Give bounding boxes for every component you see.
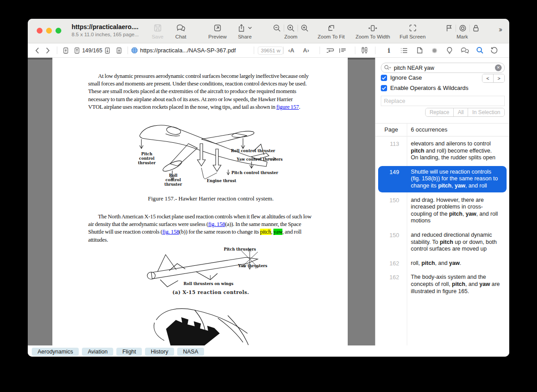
previous-result-button[interactable]: <: [482, 74, 494, 82]
preview-button[interactable]: Preview: [209, 22, 227, 39]
history-arrow-icon: [490, 47, 498, 54]
divider: [298, 25, 298, 32]
lock-icon[interactable]: [473, 24, 479, 32]
column-layout-button[interactable]: [338, 43, 347, 57]
text-wrap-button[interactable]: [325, 43, 334, 57]
result-snippet: The body-axis system and the concepts of…: [399, 274, 507, 295]
zoom-out-icon[interactable]: [273, 24, 281, 32]
zoom-to-fit-button[interactable]: Zoom To Fit: [318, 22, 345, 39]
document-url[interactable]: https://practicala.../NASA-SP-367.pdf: [131, 43, 236, 57]
next-page-button[interactable]: [104, 43, 111, 57]
pdf-link[interactable]: figure 157: [277, 104, 299, 110]
search-result-row[interactable]: 149Shuttle will use reaction controls (f…: [378, 166, 507, 192]
pdf-viewer-pane[interactable]: At low dynamic pressures aerodynamic con…: [28, 58, 375, 345]
search-results-list: 113elevators and ailerons to control pit…: [375, 136, 509, 345]
zoom-window-button[interactable]: [55, 28, 61, 34]
search-result-row[interactable]: 113elevators and ailerons to control pit…: [378, 138, 507, 164]
search-result-row[interactable]: 150and drag. However, there are increase…: [378, 194, 507, 227]
markup-tools-button[interactable]: [360, 43, 369, 57]
notes-panel-button[interactable]: [460, 43, 469, 57]
previous-page-button[interactable]: [73, 43, 81, 57]
first-page-icon: [62, 47, 69, 55]
tag-chip[interactable]: History: [145, 348, 174, 356]
text-segment: small forces and moments are present. Un…: [88, 81, 307, 87]
replace-input[interactable]: [381, 96, 505, 106]
full-screen-button[interactable]: Full Screen: [400, 22, 426, 39]
text-segment: (a)). In the same manner, the Space: [225, 221, 301, 227]
figure-label: Engine thrust: [207, 179, 236, 183]
next-page-icon: [104, 47, 111, 55]
text-segment: yaw: [449, 260, 460, 266]
increase-font-button[interactable]: A›: [303, 43, 309, 57]
tag-chip[interactable]: Aviation: [82, 348, 113, 356]
figure-label: Yaw control thrusters: [236, 157, 283, 162]
result-page-number: 150: [378, 197, 399, 225]
text-segment: pitch: [422, 260, 435, 266]
first-page-button[interactable]: [62, 43, 69, 57]
zoom-to-width-button[interactable]: Zoom To Width: [355, 22, 390, 39]
search-field[interactable]: ✕: [381, 63, 505, 73]
share-button[interactable]: Share: [238, 22, 252, 39]
divider: [320, 47, 320, 54]
search-result-row[interactable]: 150and reduced directional dynamic stabi…: [378, 229, 507, 256]
search-result-row[interactable]: 162roll, pitch, and yaw.: [378, 257, 507, 270]
pdf-link[interactable]: fig. 158: [208, 221, 225, 227]
search-menu-icon[interactable]: [384, 65, 391, 71]
ignore-case-checkbox[interactable]: [381, 75, 387, 81]
forward-button[interactable]: [46, 43, 50, 57]
back-button[interactable]: [35, 43, 39, 57]
minimize-window-button[interactable]: [46, 28, 52, 34]
pdf-page: At low dynamic pressures aerodynamic con…: [52, 58, 348, 345]
double-chevron-right-icon: ››: [499, 25, 501, 34]
decrease-font-button[interactable]: ‹A: [288, 43, 294, 57]
check-icon: [382, 76, 386, 80]
contents-panel-button[interactable]: [400, 43, 408, 57]
figure-158a-x15-diagram: Pitch thrusters Yaw thrusters Roll thrus…: [142, 246, 273, 288]
text-segment: elevators and ailerons to control: [411, 141, 491, 147]
title-bar: https://practicalaero.... 8.5 x 11.0 inc…: [28, 19, 509, 43]
word-count: 39651 w: [258, 43, 283, 57]
last-page-button[interactable]: [115, 43, 123, 57]
highlights-panel-button[interactable]: [446, 43, 453, 57]
search-panel-button[interactable]: [476, 43, 484, 57]
text-segment: (b)) for the same reason to change its: [179, 229, 260, 235]
toolbar-overflow-button[interactable]: ››: [499, 25, 501, 34]
search-result-row[interactable]: 162The body-axis system and the concepts…: [378, 271, 507, 298]
results-header: Page 6 occurrences: [375, 123, 509, 136]
close-window-button[interactable]: [37, 28, 43, 34]
save-button[interactable]: Save: [152, 22, 163, 39]
info-panel-button[interactable]: i: [385, 43, 392, 57]
search-input[interactable]: [393, 64, 495, 72]
thumbnails-panel-button[interactable]: [416, 43, 423, 57]
result-page-number: 162: [378, 260, 399, 267]
page-indicator[interactable]: 149/165: [82, 43, 102, 57]
clear-search-icon[interactable]: ✕: [495, 64, 502, 71]
figure-label: thruster: [164, 182, 182, 187]
circle-mark-icon[interactable]: [459, 24, 467, 32]
zoom-actual-size-icon[interactable]: [287, 24, 295, 32]
replace-button[interactable]: Replace: [426, 108, 453, 116]
tag-chip[interactable]: NASA: [177, 348, 204, 356]
flag-icon[interactable]: [445, 24, 453, 32]
share-chevron-down-icon: [248, 26, 252, 30]
text-segment: ,: [452, 183, 455, 189]
figure-label: control: [139, 156, 155, 161]
chevron-right-icon: [46, 47, 50, 54]
result-snippet: elevators and ailerons to control pitch …: [399, 141, 507, 162]
replace-all-button[interactable]: All: [453, 108, 468, 116]
globe-icon: [131, 47, 138, 54]
annotations-panel-button[interactable]: [431, 43, 438, 57]
chat-button[interactable]: Chat: [175, 22, 186, 39]
operators-checkbox[interactable]: [381, 85, 387, 91]
zoom-in-icon[interactable]: [301, 24, 309, 32]
text-segment: , and roll: [282, 229, 302, 235]
text-segment: Shuttle will use reaction controls (: [88, 229, 162, 235]
next-result-button[interactable]: >: [494, 74, 504, 82]
tag-chip[interactable]: Flight: [116, 348, 142, 356]
replace-in-selection-button[interactable]: In Selection: [468, 108, 504, 116]
operators-row[interactable]: Enable Operators & Wildcards: [381, 85, 469, 91]
history-panel-button[interactable]: [490, 43, 498, 57]
ignore-case-row[interactable]: Ignore Case: [381, 74, 422, 81]
tag-chip[interactable]: Aerodynamics: [32, 348, 79, 356]
pdf-link[interactable]: fig. 158: [162, 229, 179, 235]
